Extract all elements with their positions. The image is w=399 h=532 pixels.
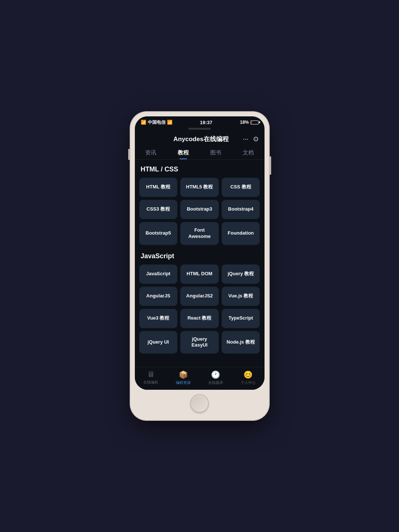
nav-item-problems[interactable]: 🕐 在线题库 — [208, 370, 223, 385]
scan-icon[interactable]: ⊙ — [253, 135, 259, 143]
btn-html[interactable]: HTML 教程 — [139, 178, 178, 197]
btn-bootstrap5[interactable]: Bootstrap5 — [139, 222, 178, 245]
section-title-html-css: HTML / CSS — [141, 166, 260, 173]
notch — [135, 127, 265, 132]
app-title: Anycodes在线编程 — [159, 135, 243, 143]
profile-icon: 😊 — [243, 370, 253, 379]
btn-jquery[interactable]: jQuery 教程 — [222, 265, 260, 284]
btn-angularjs2[interactable]: AngularJS2 — [180, 287, 219, 306]
nav-item-resources[interactable]: 📦 编程资源 — [176, 370, 191, 385]
btn-jquery-easyui[interactable]: jQuery EasyUI — [180, 331, 219, 354]
signal-icon: 📶 — [141, 120, 146, 125]
header-actions: ··· ⊙ — [243, 135, 258, 143]
js-grid: JavaScript HTML DOM jQuery 教程 AngularJS … — [139, 265, 260, 354]
btn-bootstrap3[interactable]: Bootstrap3 — [180, 200, 219, 219]
more-icon[interactable]: ··· — [243, 135, 248, 143]
status-left: 📶 中国电信 📶 — [141, 119, 173, 126]
btn-angularjs[interactable]: AngularJS — [139, 287, 178, 306]
btn-nodejs[interactable]: Node.js 教程 — [222, 331, 260, 354]
btn-javascript[interactable]: JavaScript — [139, 265, 178, 284]
btn-font-awesome[interactable]: Font Awesome — [180, 222, 219, 245]
btn-jquery-ui[interactable]: jQuery UI — [139, 331, 178, 354]
nav-label-profile: 个人中心 — [241, 380, 256, 385]
coding-icon: 🖥 — [147, 370, 154, 379]
top-tab-bar: 资讯 教程 图书 文档 — [135, 146, 265, 160]
btn-vue3[interactable]: Vue3 教程 — [139, 309, 178, 328]
html-css-grid: HTML 教程 HTML5 教程 CSS 教程 CSS3 教程 Bootstra… — [139, 178, 260, 245]
btn-css3[interactable]: CSS3 教程 — [139, 200, 178, 219]
section-title-js: JavaScript — [141, 252, 260, 260]
btn-typescript[interactable]: TypeScript — [222, 309, 260, 328]
btn-css[interactable]: CSS 教程 — [222, 178, 260, 197]
tab-tutorial[interactable]: 教程 — [178, 149, 189, 159]
tab-books[interactable]: 图书 — [210, 149, 221, 159]
tab-news[interactable]: 资讯 — [145, 149, 156, 159]
battery-percent: 18% — [240, 120, 249, 125]
btn-html5[interactable]: HTML5 教程 — [180, 178, 219, 197]
carrier-name: 中国电信 — [148, 119, 166, 126]
nav-label-coding: 在线编程 — [143, 380, 158, 385]
status-right: 18% — [240, 120, 258, 125]
battery-icon — [250, 120, 259, 125]
volume-button — [128, 149, 130, 160]
status-bar: 📶 中国电信 📶 19:37 18% — [135, 116, 265, 127]
problems-icon: 🕐 — [211, 370, 220, 379]
speaker — [188, 128, 211, 130]
wifi-icon: 📶 — [167, 120, 173, 125]
nav-label-problems: 在线题库 — [208, 380, 223, 385]
phone-frame: 📶 中国电信 📶 19:37 18% Anycodes在线编程 — [130, 112, 269, 420]
btn-html-dom[interactable]: HTML DOM — [180, 265, 219, 284]
nav-label-resources: 编程资源 — [176, 380, 191, 385]
home-button[interactable] — [190, 394, 209, 413]
nav-item-coding[interactable]: 🖥 在线编程 — [143, 370, 158, 385]
phone-screen: 📶 中国电信 📶 19:37 18% Anycodes在线编程 — [135, 116, 265, 390]
btn-bootstrap4[interactable]: Bootstrap4 — [222, 200, 260, 219]
bottom-nav: 🖥 在线编程 📦 编程资源 🕐 在线题库 😊 个人中心 — [135, 367, 265, 390]
main-content: HTML / CSS HTML 教程 HTML5 教程 CSS 教程 CSS3 … — [135, 160, 265, 367]
resources-icon: 📦 — [179, 370, 188, 379]
btn-react[interactable]: React 教程 — [180, 309, 219, 328]
tab-docs[interactable]: 文档 — [243, 149, 254, 159]
btn-foundation[interactable]: Foundation — [222, 222, 260, 245]
status-time: 19:37 — [200, 120, 212, 125]
power-button — [270, 156, 271, 175]
app-header: Anycodes在线编程 ··· ⊙ — [135, 132, 265, 146]
btn-vuejs[interactable]: Vue.js 教程 — [222, 287, 260, 306]
home-button-area — [135, 390, 265, 416]
nav-item-profile[interactable]: 😊 个人中心 — [241, 370, 256, 385]
